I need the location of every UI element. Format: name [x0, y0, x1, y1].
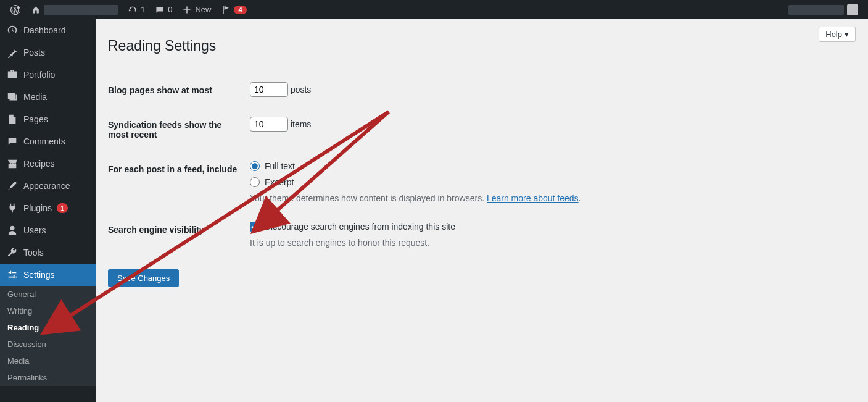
- sidebar-item-posts[interactable]: Posts: [0, 41, 96, 64]
- refresh-icon: [128, 5, 138, 15]
- sidebar-item-label: Dashboard: [23, 25, 66, 35]
- sidebar-item-label: Comments: [23, 136, 65, 146]
- site-home-button[interactable]: [26, 0, 123, 19]
- sidebar-item-dashboard[interactable]: Dashboard: [0, 19, 96, 41]
- comment-icon: [6, 135, 19, 148]
- media-icon: [6, 91, 19, 103]
- seo-discourage-checkbox[interactable]: [250, 222, 260, 232]
- feed-full-text-radio[interactable]: [250, 161, 260, 171]
- user-account-button[interactable]: [783, 0, 863, 19]
- sidebar-item-label: Tools: [23, 248, 44, 258]
- site-name-redacted: [44, 5, 118, 15]
- admin-bar: 1 0 New 4: [0, 0, 868, 19]
- avatar-icon: [847, 4, 858, 15]
- syndication-input[interactable]: [250, 117, 288, 132]
- sidebar-item-label: Plugins: [23, 203, 52, 213]
- blog-pages-label: Blog pages show at most: [108, 73, 244, 107]
- sidebar-item-label: Users: [23, 225, 46, 235]
- feed-include-label: For each post in a feed, include: [108, 152, 244, 212]
- submenu-item-permalinks[interactable]: Permalinks: [0, 369, 96, 386]
- submenu-item-general[interactable]: General: [0, 286, 96, 303]
- page-icon: [6, 113, 19, 125]
- admin-sidebar: DashboardPostsPortfolioMediaPagesComment…: [0, 19, 96, 402]
- sidebar-item-appearance[interactable]: Appearance: [0, 175, 96, 197]
- help-tab[interactable]: Help▾: [819, 27, 856, 42]
- comments-button[interactable]: 0: [150, 0, 177, 19]
- plugin-notice-button[interactable]: 4: [216, 0, 251, 19]
- seo-discourage-label: Discourage search engines from indexing …: [265, 222, 455, 232]
- sidebar-item-settings[interactable]: Settings: [0, 264, 96, 286]
- sidebar-item-label: Appearance: [23, 181, 70, 191]
- comment-icon: [155, 5, 165, 15]
- sidebar-item-pages[interactable]: Pages: [0, 108, 96, 130]
- store-icon: [6, 157, 19, 170]
- sidebar-item-tools[interactable]: Tools: [0, 241, 96, 264]
- username-redacted: [788, 5, 844, 15]
- user-icon: [6, 224, 19, 237]
- sidebar-item-label: Pages: [23, 114, 48, 124]
- sidebar-item-label: Posts: [23, 48, 45, 57]
- sidebar-item-comments[interactable]: Comments: [0, 130, 96, 153]
- sidebar-item-label: Recipes: [23, 159, 55, 169]
- seo-visibility-label: Search engine visibility: [108, 212, 244, 257]
- wrench-icon: [6, 246, 19, 259]
- main-content: Help▾ Reading Settings Blog pages show a…: [96, 19, 868, 402]
- seo-description: It is up to search engines to honor this…: [250, 238, 849, 248]
- sidebar-item-label: Portfolio: [23, 70, 55, 80]
- caret-down-icon: ▾: [845, 30, 849, 39]
- feed-excerpt-label: Excerpt: [265, 177, 294, 187]
- wp-logo-button[interactable]: [5, 0, 26, 19]
- save-changes-button[interactable]: Save Changes: [108, 269, 179, 287]
- sidebar-item-recipes[interactable]: Recipes: [0, 153, 96, 175]
- feed-description: Your theme determines how content is dis…: [250, 193, 849, 203]
- home-icon: [31, 5, 41, 15]
- pin-icon: [6, 46, 19, 59]
- sidebar-item-label: Settings: [23, 270, 55, 280]
- feed-excerpt-radio[interactable]: [250, 177, 260, 187]
- plugin-badge: 4: [234, 6, 246, 14]
- briefcase-icon: [6, 69, 19, 81]
- comments-count: 0: [168, 5, 172, 14]
- submenu-item-discussion[interactable]: Discussion: [0, 336, 96, 353]
- sidebar-item-portfolio[interactable]: Portfolio: [0, 64, 96, 86]
- flag-icon: [221, 5, 231, 15]
- updates-count: 1: [141, 5, 145, 14]
- plus-icon: [182, 5, 192, 15]
- menu-badge: 1: [57, 203, 68, 213]
- submenu-item-writing[interactable]: Writing: [0, 303, 96, 319]
- sidebar-item-plugins[interactable]: Plugins1: [0, 197, 96, 219]
- syndication-label: Syndication feeds show the most recent: [108, 107, 244, 152]
- blog-pages-suffix: posts: [291, 85, 311, 94]
- updates-button[interactable]: 1: [123, 0, 150, 19]
- syndication-suffix: items: [291, 119, 311, 129]
- sliders-icon: [6, 269, 19, 281]
- dashboard-icon: [6, 24, 19, 36]
- blog-pages-input[interactable]: [250, 82, 288, 97]
- brush-icon: [6, 180, 19, 192]
- submenu-item-media[interactable]: Media: [0, 353, 96, 369]
- sidebar-item-media[interactable]: Media: [0, 86, 96, 108]
- plug-icon: [6, 202, 19, 214]
- sidebar-item-label: Media: [23, 92, 47, 102]
- new-label: New: [195, 5, 211, 14]
- learn-more-feeds-link[interactable]: Learn more about feeds: [487, 193, 579, 203]
- submenu-item-reading[interactable]: Reading: [0, 319, 96, 336]
- wordpress-icon: [10, 4, 21, 15]
- page-title: Reading Settings: [108, 38, 856, 54]
- sidebar-item-users[interactable]: Users: [0, 219, 96, 241]
- feed-full-text-label: Full text: [265, 161, 295, 171]
- new-content-button[interactable]: New: [177, 0, 216, 19]
